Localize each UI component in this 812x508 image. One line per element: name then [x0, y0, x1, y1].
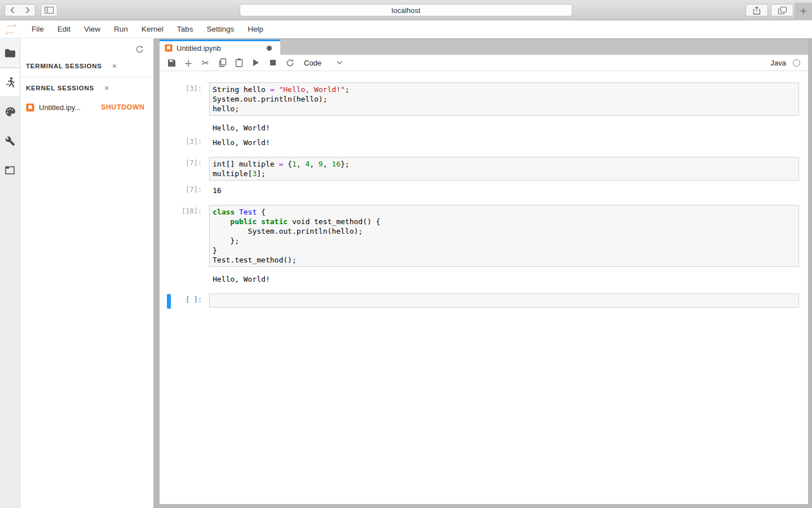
- window-icon: [5, 166, 15, 175]
- save-icon: [167, 59, 176, 67]
- kernel-name[interactable]: Java: [771, 59, 786, 67]
- menu-kernel[interactable]: Kernel: [135, 20, 170, 38]
- stop-button[interactable]: [264, 55, 281, 70]
- url-bar[interactable]: localhost: [240, 4, 572, 16]
- plus-icon: +: [800, 5, 807, 18]
- cell-prompt: [18]:: [160, 205, 209, 267]
- cell-block: [ ]:: [160, 294, 808, 308]
- jupyter-logo-icon: [5, 23, 17, 36]
- sidebar-toggle-button[interactable]: [41, 4, 58, 16]
- code-cell: [18]:class Test { public static void tes…: [160, 205, 799, 267]
- close-terminal-sessions-icon[interactable]: ×: [112, 62, 117, 70]
- wrench-icon: [5, 136, 15, 146]
- cell-prompt: [7]:: [160, 157, 209, 181]
- terminal-sessions-header: TERMINAL SESSIONS ×: [20, 55, 153, 73]
- activity-bar: [0, 38, 20, 508]
- cut-button[interactable]: ✂: [197, 55, 214, 70]
- folder-icon: [5, 49, 16, 58]
- chevron-down-icon[interactable]: [336, 60, 343, 65]
- cell-block: [3]:String hello = "Hello, World!";Syste…: [160, 82, 808, 147]
- menu-view[interactable]: View: [77, 20, 107, 38]
- copy-button[interactable]: [214, 55, 231, 70]
- new-tab-button[interactable]: +: [795, 3, 812, 20]
- forward-button[interactable]: [20, 4, 36, 16]
- code-cell: [7]:int[] multiple = {1, 4, 9, 16};multi…: [160, 157, 799, 181]
- kernel-status-icon: [793, 59, 800, 67]
- notebook-icon: [165, 44, 173, 52]
- running-man-icon: [5, 77, 15, 88]
- menu-items: File Edit View Run Kernel Tabs Settings …: [25, 20, 270, 38]
- copy-icon: [218, 58, 227, 67]
- stop-icon: [270, 59, 276, 66]
- menu-help[interactable]: Help: [241, 20, 270, 38]
- tab-overview-button[interactable]: [771, 4, 793, 16]
- menu-file[interactable]: File: [25, 20, 51, 38]
- cell-input[interactable]: int[] multiple = {1, 4, 9, 16};multiple[…: [209, 157, 799, 181]
- add-cell-button[interactable]: +: [180, 55, 197, 70]
- notebook-icon: [26, 103, 34, 112]
- output-prompt: [160, 272, 209, 284]
- chevron-left-icon: [10, 7, 15, 14]
- cell-block: [18]:class Test { public static void tes…: [160, 205, 808, 284]
- overlapping-squares-icon: [778, 7, 787, 14]
- paste-button[interactable]: [231, 55, 248, 70]
- dock-area: Untitled.ipynb + ✂: [153, 38, 812, 508]
- plus-icon: +: [184, 57, 192, 69]
- output-text: Hello, World!: [209, 121, 799, 133]
- cell-output: [7]:16: [160, 183, 799, 195]
- share-button[interactable]: [745, 4, 768, 16]
- running-sessions-panel: TERMINAL SESSIONS × KERNEL SESSIONS × Un…: [20, 38, 153, 508]
- output-text: 16: [209, 183, 799, 195]
- back-button[interactable]: [5, 4, 20, 16]
- kernel-sessions-label: KERNEL SESSIONS: [26, 85, 94, 91]
- session-label: Untitled.ipy...: [39, 103, 91, 112]
- share-icon: [753, 6, 761, 15]
- code-cell: [3]:String hello = "Hello, World!";Syste…: [160, 82, 799, 116]
- menu-settings[interactable]: Settings: [200, 20, 241, 38]
- sidebar-tab-files[interactable]: [0, 38, 20, 68]
- cell-input[interactable]: String hello = "Hello, World!";System.ou…: [209, 82, 799, 116]
- menu-tabs[interactable]: Tabs: [170, 20, 200, 38]
- output-text: Hello, World!: [209, 135, 799, 147]
- notebook-tab[interactable]: Untitled.ipynb: [160, 40, 280, 55]
- cell-output: [3]:Hello, World!: [160, 135, 799, 147]
- jupyter-menubar: File Edit View Run Kernel Tabs Settings …: [0, 20, 812, 38]
- shutdown-button[interactable]: SHUTDOWN: [101, 103, 145, 111]
- menu-edit[interactable]: Edit: [51, 20, 77, 38]
- run-button[interactable]: [248, 55, 264, 70]
- refresh-icon[interactable]: [135, 45, 144, 54]
- cell-collapser[interactable]: [167, 294, 171, 309]
- sidebar-tab-tabs-panel[interactable]: [0, 156, 20, 185]
- cell-output: Hello, World!: [160, 272, 799, 284]
- refresh-icon: [286, 59, 294, 67]
- terminal-sessions-label: TERMINAL SESSIONS: [26, 63, 102, 69]
- notebook-cells: [3]:String hello = "Hello, World!";Syste…: [160, 71, 808, 504]
- cell-block: [7]:int[] multiple = {1, 4, 9, 16};multi…: [160, 157, 808, 195]
- tab-bar: Untitled.ipynb: [160, 40, 808, 55]
- kernel-session-item[interactable]: Untitled.ipy... SHUTDOWN: [20, 100, 153, 115]
- output-prompt: [7]:: [160, 183, 209, 195]
- restart-kernel-button[interactable]: [281, 55, 298, 70]
- split-panel-icon: [45, 7, 54, 14]
- play-icon: [253, 59, 259, 67]
- kernel-sessions-header: KERNEL SESSIONS ×: [20, 77, 153, 95]
- save-button[interactable]: [163, 55, 180, 70]
- sidebar-tab-tools[interactable]: [0, 126, 20, 156]
- notebook-panel: Untitled.ipynb + ✂: [160, 40, 808, 504]
- notebook-toolbar: + ✂: [160, 55, 808, 71]
- menu-run[interactable]: Run: [107, 20, 135, 38]
- cell-type-select[interactable]: Code: [304, 59, 321, 67]
- cell-input[interactable]: [209, 294, 799, 308]
- browser-chrome: localhost +: [0, 0, 812, 20]
- output-text: Hello, World!: [209, 272, 799, 284]
- cell-output: Hello, World!: [160, 121, 799, 133]
- cell-input[interactable]: class Test { public static void test_met…: [209, 205, 799, 267]
- cell-prompt: [3]:: [160, 82, 209, 116]
- chevron-right-icon: [25, 7, 30, 14]
- tab-title: Untitled.ipynb: [176, 44, 221, 52]
- close-kernel-sessions-icon[interactable]: ×: [104, 84, 109, 92]
- sidebar-tab-running[interactable]: [0, 68, 20, 97]
- output-prompt: [3]:: [160, 135, 209, 147]
- url-text: localhost: [391, 6, 420, 15]
- sidebar-tab-palette[interactable]: [0, 97, 20, 126]
